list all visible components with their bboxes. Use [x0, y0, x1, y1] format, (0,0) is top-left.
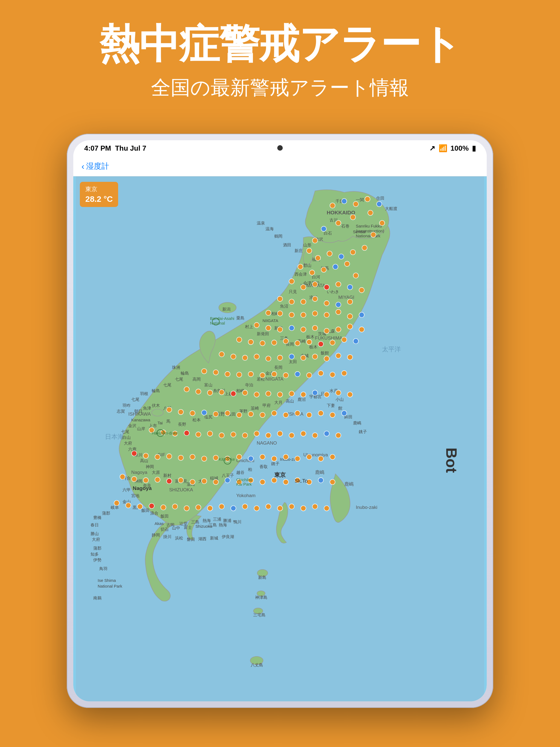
svg-point-261 [312, 354, 317, 359]
svg-point-313 [196, 432, 201, 437]
svg-point-249 [318, 341, 324, 347]
svg-point-204 [309, 270, 315, 275]
svg-point-257 [266, 356, 271, 361]
svg-text:日本海: 日本海 [105, 433, 124, 440]
svg-point-341 [307, 454, 312, 459]
svg-point-225 [289, 312, 294, 317]
svg-text:Sk.To: Sk.To [295, 478, 308, 484]
main-title: 熱中症警戒アラート [99, 22, 461, 67]
svg-point-335 [236, 454, 242, 459]
svg-point-289 [312, 390, 317, 395]
svg-point-378 [289, 504, 294, 509]
svg-text:NIIGATA: NIIGATA [262, 318, 278, 323]
svg-point-363 [114, 500, 119, 506]
svg-point-372 [219, 504, 224, 509]
svg-point-307 [330, 412, 335, 417]
svg-point-176 [152, 409, 163, 416]
svg-text:Bandai-Asahi: Bandai-Asahi [210, 316, 234, 321]
svg-text:白山: 白山 [123, 435, 131, 440]
svg-point-241 [359, 327, 364, 332]
svg-point-381 [324, 506, 329, 511]
battery-icon: ▮ [472, 144, 476, 153]
svg-point-291 [336, 390, 341, 395]
svg-point-229 [336, 309, 341, 314]
svg-point-252 [353, 338, 358, 344]
nav-bar: ‹ 湿度計 [73, 157, 487, 176]
svg-point-246 [283, 338, 288, 344]
svg-text:SHIZUOKA: SHIZUOKA [169, 487, 193, 492]
svg-point-238 [324, 328, 329, 334]
svg-point-196 [315, 255, 321, 261]
svg-text:長岡: 長岡 [274, 365, 282, 370]
svg-text:豊橋: 豊橋 [93, 515, 101, 520]
svg-point-356 [260, 479, 265, 485]
svg-point-304 [295, 410, 300, 416]
svg-text:三島: 三島 [209, 522, 217, 527]
status-bar: 4:07 PM Thu Jul 7 ↗ 📶 100% ▮ [73, 140, 487, 157]
svg-text:酒田: 酒田 [283, 242, 291, 247]
svg-point-349 [178, 478, 183, 483]
svg-text:柏: 柏 [248, 467, 252, 472]
svg-point-243 [248, 339, 253, 344]
back-arrow-icon: ‹ [81, 161, 84, 172]
battery-label: 100% [451, 144, 469, 153]
svg-point-319 [266, 433, 271, 438]
svg-text:志賀: 志賀 [117, 409, 125, 413]
svg-point-207 [345, 261, 350, 266]
svg-point-370 [196, 505, 201, 510]
svg-point-347 [155, 477, 160, 482]
nav-back-button[interactable]: ‹ 湿度計 [81, 161, 109, 172]
svg-text:温海: 温海 [265, 226, 274, 231]
svg-text:MIYAGI: MIYAGI [338, 295, 354, 300]
svg-point-340 [295, 456, 300, 461]
svg-text:太平洋: 太平洋 [382, 345, 401, 353]
svg-point-214 [347, 285, 353, 290]
svg-text:鳥羽: 鳥羽 [99, 566, 107, 571]
svg-text:馬: 馬 [166, 419, 170, 423]
svg-point-240 [347, 324, 353, 329]
svg-text:金沢: 金沢 [128, 423, 136, 428]
svg-text:Nagoya: Nagoya [131, 470, 147, 475]
svg-text:新島: 新島 [258, 575, 266, 579]
svg-text:Chichibu: Chichibu [236, 477, 252, 482]
svg-point-333 [213, 455, 219, 460]
svg-point-287 [289, 391, 294, 396]
svg-text:熱海: 熱海 [219, 522, 227, 527]
svg-point-374 [242, 504, 248, 509]
svg-point-198 [338, 254, 344, 259]
map-area[interactable]: 日本海 太平洋 HOKKAIDO YAMAGATA MIYAGI FUKUSHI… [73, 176, 487, 701]
svg-point-237 [312, 325, 317, 331]
svg-point-199 [350, 250, 355, 255]
svg-point-329 [167, 454, 172, 459]
svg-text:浪合: 浪合 [150, 511, 158, 515]
svg-text:Ise Shima: Ise Shima [98, 578, 116, 583]
svg-point-317 [242, 433, 248, 438]
svg-point-320 [277, 431, 282, 436]
svg-text:館: 館 [338, 406, 342, 410]
svg-point-242 [236, 337, 242, 342]
svg-text:富山: 富山 [204, 383, 212, 387]
svg-point-373 [231, 506, 236, 511]
svg-point-328 [155, 454, 160, 459]
svg-text:七尾: 七尾 [131, 397, 139, 402]
svg-text:大府: 大府 [92, 537, 100, 542]
svg-point-326 [131, 451, 137, 456]
svg-text:Hakusan-dake: Hakusan-dake [152, 431, 178, 435]
svg-text:栃木: 栃木 [309, 344, 317, 349]
svg-point-352 [213, 479, 219, 485]
svg-text:七尾: 七尾 [175, 377, 183, 381]
svg-point-273 [295, 371, 300, 377]
svg-text:伊勢: 伊勢 [93, 558, 101, 562]
svg-text:Nagoya: Nagoya [133, 485, 152, 491]
svg-text:七尾: 七尾 [121, 429, 129, 434]
svg-point-361 [318, 478, 324, 483]
svg-point-210 [301, 285, 306, 290]
svg-point-348 [167, 479, 172, 484]
svg-point-221 [336, 302, 341, 307]
svg-point-380 [312, 504, 317, 509]
svg-text:勝浦: 勝浦 [223, 518, 231, 523]
svg-point-353 [225, 478, 230, 483]
svg-point-365 [137, 504, 143, 509]
svg-text:Yokoham: Yokoham [236, 493, 255, 498]
svg-text:National Park: National Park [356, 233, 380, 238]
